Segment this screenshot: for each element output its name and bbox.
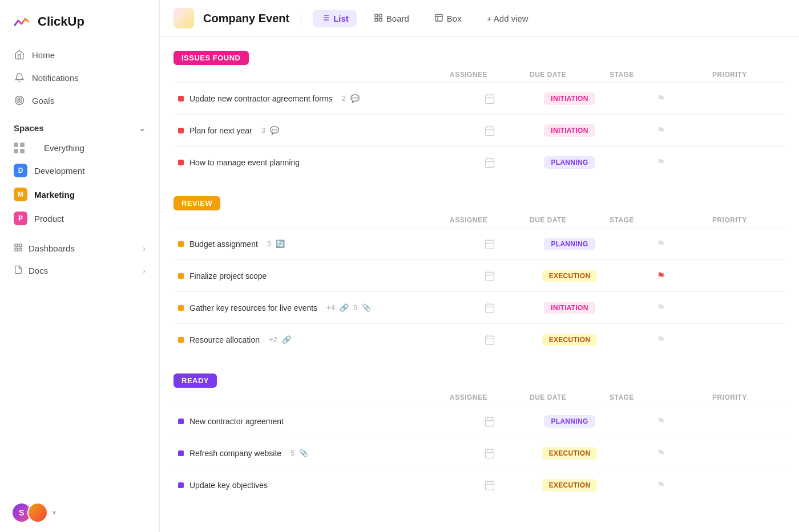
sidebar-item-marketing[interactable]: M Marketing [0, 182, 159, 206]
table-row[interactable]: How to manage event planning PLANNING ⚑ [173, 146, 785, 178]
flag-icon: ⚑ [657, 480, 665, 490]
task-name: Resource allocation [189, 335, 260, 344]
due-date-cell [450, 334, 530, 346]
table-row[interactable]: Finalize project scope EXECUTION ⚑ [173, 259, 785, 291]
table-row[interactable]: Gather key resources for live events +4 … [173, 291, 785, 323]
svg-rect-34 [486, 272, 494, 281]
tab-box-label: Box [447, 14, 462, 23]
sidebar-item-notifications[interactable]: Notifications [7, 66, 152, 89]
svg-rect-6 [19, 248, 22, 251]
sidebar-item-product-label: Product [34, 214, 64, 224]
table-row[interactable]: Budget assignment 3 🔄 PLANNING ⚑ [173, 228, 785, 259]
svg-point-2 [19, 100, 21, 101]
tab-list[interactable]: List [313, 10, 357, 27]
flag-icon: ⚑ [657, 416, 665, 427]
stage-badge: EXECUTION [542, 447, 598, 460]
task-dot-red [178, 160, 184, 165]
add-view-button[interactable]: + Add view [479, 10, 536, 27]
due-date-cell [450, 302, 530, 314]
section-ready: READY ASSIGNEE DUE DATE STAGE PRIORITY N… [160, 360, 799, 505]
tab-board[interactable]: Board [366, 10, 417, 27]
task-meta-count: 5 [290, 449, 294, 457]
task-name: Update key objectives [189, 481, 268, 490]
sidebar-item-development[interactable]: D Development [0, 159, 159, 182]
tab-box[interactable]: Box [426, 10, 470, 27]
svg-rect-14 [379, 14, 382, 17]
calendar-icon [484, 93, 495, 104]
sidebar-item-development-label: Development [34, 166, 84, 176]
goals-icon [14, 95, 25, 106]
sidebar-item-dashboards[interactable]: Dashboards › [7, 237, 152, 259]
sidebar-item-goals[interactable]: Goals [7, 89, 152, 112]
user-profile-area[interactable]: S ▾ [0, 493, 159, 532]
col-assignee-review: ASSIGNEE [450, 216, 530, 224]
table-row[interactable]: Refresh company website 5 📎 EXECUTION ⚑ [173, 437, 785, 469]
sidebar-item-goals-label: Goals [32, 96, 54, 105]
task-dot-yellow [178, 305, 184, 311]
sidebar-item-dashboards-label: Dashboards [29, 243, 75, 253]
sidebar-item-home-label: Home [32, 50, 55, 60]
calendar-icon [484, 480, 495, 491]
task-name: Plan for next year [189, 126, 252, 135]
sidebar-item-product[interactable]: P Product [0, 206, 159, 230]
task-meta-plus: +2 [269, 335, 277, 344]
col-duedate-issues: DUE DATE [530, 71, 610, 79]
table-row[interactable]: Update new contractor agreement forms 2 … [173, 82, 785, 114]
logo[interactable]: ClickUp [0, 0, 159, 41]
attachment-icon: 📎 [362, 303, 371, 312]
due-date-cell [450, 238, 530, 250]
svg-rect-30 [486, 240, 494, 249]
sidebar-item-marketing-label: Marketing [34, 190, 75, 200]
col-duedate-review: DUE DATE [530, 216, 610, 224]
section-badge-issues: ISSUES FOUND [173, 51, 249, 65]
tab-board-label: Board [386, 14, 409, 23]
task-name: Budget assignment [189, 239, 258, 249]
col-assignee-issues: ASSIGNEE [450, 71, 530, 79]
dashboards-icon [14, 243, 23, 254]
col-stage-issues: STAGE [610, 71, 712, 79]
table-row[interactable]: Plan for next year 3 💬 INITIATION ⚑ [173, 114, 785, 146]
sidebar: ClickUp Home Notifications Goals Spaces … [0, 0, 160, 532]
task-content: ISSUES FOUND ASSIGNEE DUE DATE STAGE PRI… [160, 37, 799, 532]
bell-icon [14, 72, 25, 83]
sidebar-item-notifications-label: Notifications [32, 73, 79, 83]
project-icon [173, 8, 194, 29]
product-icon: P [14, 212, 27, 225]
docs-icon [14, 265, 23, 276]
flag-icon: ⚑ [657, 302, 665, 313]
marketing-icon: M [14, 188, 27, 201]
task-name: New contractor agreement [189, 417, 284, 426]
due-date-cell [450, 270, 530, 282]
svg-point-1 [17, 98, 22, 103]
table-row[interactable]: Resource allocation +2 🔗 EXECUTION ⚑ [173, 323, 785, 355]
sidebar-item-docs[interactable]: Docs › [7, 259, 152, 282]
svg-rect-26 [486, 159, 494, 167]
sidebar-item-docs-label: Docs [29, 266, 48, 275]
list-icon [321, 13, 330, 24]
svg-rect-42 [486, 336, 494, 344]
task-name: Refresh company website [189, 449, 281, 458]
svg-rect-54 [486, 481, 494, 490]
sidebar-item-home[interactable]: Home [7, 43, 152, 66]
due-date-cell [450, 157, 530, 168]
svg-rect-22 [486, 127, 494, 135]
calendar-icon [484, 334, 495, 346]
task-dot-purple [178, 482, 184, 488]
chevron-down-icon[interactable]: ⌄ [139, 124, 146, 133]
task-dot-purple [178, 419, 184, 424]
section-issues-found: ISSUES FOUND ASSIGNEE DUE DATE STAGE PRI… [160, 37, 799, 182]
svg-rect-4 [19, 244, 22, 247]
table-row[interactable]: Update key objectives EXECUTION ⚑ [173, 469, 785, 501]
task-dot-purple [178, 450, 184, 456]
section-badge-ready: READY [173, 373, 217, 388]
spaces-section-header: Spaces ⌄ [0, 114, 159, 137]
svg-rect-18 [486, 95, 494, 103]
svg-rect-16 [379, 18, 382, 21]
table-row[interactable]: New contractor agreement PLANNING ⚑ [173, 405, 785, 437]
home-icon [14, 49, 25, 60]
flag-icon: ⚑ [657, 334, 665, 345]
svg-rect-17 [435, 14, 442, 21]
sidebar-item-everything[interactable]: Everything [0, 137, 159, 159]
flag-icon: ⚑ [657, 93, 665, 104]
task-dot-yellow [178, 273, 184, 279]
